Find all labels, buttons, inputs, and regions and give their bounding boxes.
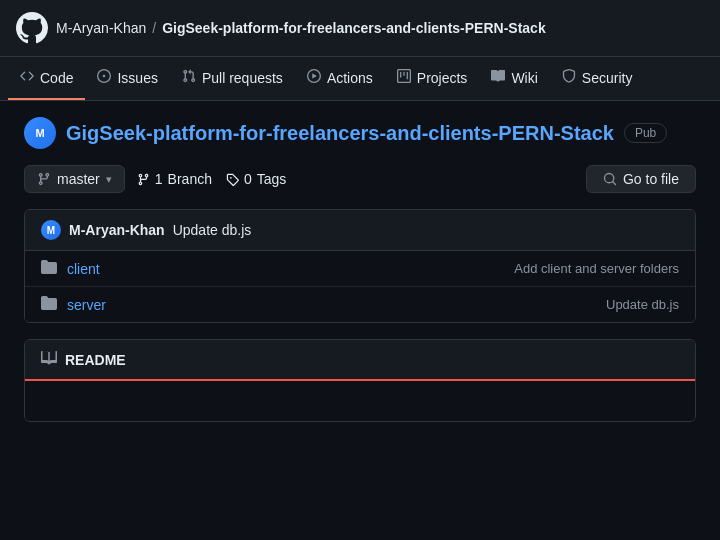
pull-request-icon bbox=[182, 69, 196, 86]
tab-issues-label: Issues bbox=[117, 70, 157, 86]
branch-bar: master ▾ 1 Branch 0 Tags Go to file bbox=[24, 165, 696, 193]
readme-header: README bbox=[25, 340, 695, 381]
github-logo-icon bbox=[16, 12, 48, 44]
go-to-file-button[interactable]: Go to file bbox=[586, 165, 696, 193]
code-icon bbox=[20, 69, 34, 86]
commit-avatar-initial: M bbox=[41, 220, 61, 240]
branch-count-item[interactable]: 1 Branch bbox=[137, 171, 212, 187]
tab-issues[interactable]: Issues bbox=[85, 57, 169, 100]
projects-icon bbox=[397, 69, 411, 86]
tab-actions[interactable]: Actions bbox=[295, 57, 385, 100]
commit-row: M M-Aryan-Khan Update db.js bbox=[25, 210, 695, 251]
readme-body bbox=[25, 381, 695, 421]
table-row: server Update db.js bbox=[25, 287, 695, 322]
branch-chevron-icon: ▾ bbox=[106, 173, 112, 186]
actions-icon bbox=[307, 69, 321, 86]
branch-name: master bbox=[57, 171, 100, 187]
security-icon bbox=[562, 69, 576, 86]
tab-wiki[interactable]: Wiki bbox=[479, 57, 549, 100]
tag-icon bbox=[226, 173, 239, 186]
repo-visibility-badge: Pub bbox=[624, 123, 667, 143]
folder-icon bbox=[41, 295, 57, 314]
nav-tabs: Code Issues Pull requests Actions Projec… bbox=[0, 57, 720, 101]
branch-left: master ▾ 1 Branch 0 Tags bbox=[24, 165, 286, 193]
repo-avatar: M bbox=[24, 117, 56, 149]
file-table: M M-Aryan-Khan Update db.js client Add c… bbox=[24, 209, 696, 323]
branch-count-label: Branch bbox=[168, 171, 212, 187]
avatar-initials: M bbox=[24, 117, 56, 149]
tab-wiki-label: Wiki bbox=[511, 70, 537, 86]
table-row: client Add client and server folders bbox=[25, 251, 695, 287]
branch-count-number: 1 bbox=[155, 171, 163, 187]
breadcrumb-user[interactable]: M-Aryan-Khan bbox=[56, 20, 146, 36]
search-icon bbox=[603, 172, 617, 186]
commit-author-name[interactable]: M-Aryan-Khan bbox=[69, 222, 165, 238]
breadcrumb: M-Aryan-Khan / GigSeek-platform-for-free… bbox=[56, 20, 546, 36]
tag-count-item[interactable]: 0 Tags bbox=[226, 171, 286, 187]
breadcrumb-separator: / bbox=[152, 20, 156, 36]
tab-projects-label: Projects bbox=[417, 70, 468, 86]
main-content: M GigSeek-platform-for-freelancers-and-c… bbox=[0, 101, 720, 438]
branch-count-icon bbox=[137, 173, 150, 186]
wiki-icon bbox=[491, 69, 505, 86]
tag-count-label: Tags bbox=[257, 171, 287, 187]
tab-security-label: Security bbox=[582, 70, 633, 86]
tab-actions-label: Actions bbox=[327, 70, 373, 86]
branch-selector-button[interactable]: master ▾ bbox=[24, 165, 125, 193]
tab-pull-requests-label: Pull requests bbox=[202, 70, 283, 86]
readme-section: README bbox=[24, 339, 696, 422]
commit-author-avatar: M bbox=[41, 220, 61, 240]
file-commit-client: Add client and server folders bbox=[514, 261, 679, 276]
commit-message: Update db.js bbox=[173, 222, 252, 238]
file-name-client[interactable]: client bbox=[67, 261, 514, 277]
tab-projects[interactable]: Projects bbox=[385, 57, 480, 100]
issues-icon bbox=[97, 69, 111, 86]
breadcrumb-repo[interactable]: GigSeek-platform-for-freelancers-and-cli… bbox=[162, 20, 546, 36]
repo-title[interactable]: GigSeek-platform-for-freelancers-and-cli… bbox=[66, 122, 614, 145]
branch-icon bbox=[37, 172, 51, 186]
readme-title: README bbox=[65, 352, 126, 368]
go-to-file-label: Go to file bbox=[623, 171, 679, 187]
file-commit-server: Update db.js bbox=[606, 297, 679, 312]
tab-code[interactable]: Code bbox=[8, 57, 85, 100]
tab-pull-requests[interactable]: Pull requests bbox=[170, 57, 295, 100]
top-bar: M-Aryan-Khan / GigSeek-platform-for-free… bbox=[0, 0, 720, 57]
readme-book-icon bbox=[41, 350, 57, 369]
tab-code-label: Code bbox=[40, 70, 73, 86]
tag-count-number: 0 bbox=[244, 171, 252, 187]
branch-info: 1 Branch 0 Tags bbox=[137, 171, 287, 187]
file-name-server[interactable]: server bbox=[67, 297, 606, 313]
tab-security[interactable]: Security bbox=[550, 57, 645, 100]
repo-header: M GigSeek-platform-for-freelancers-and-c… bbox=[24, 117, 696, 149]
folder-icon bbox=[41, 259, 57, 278]
